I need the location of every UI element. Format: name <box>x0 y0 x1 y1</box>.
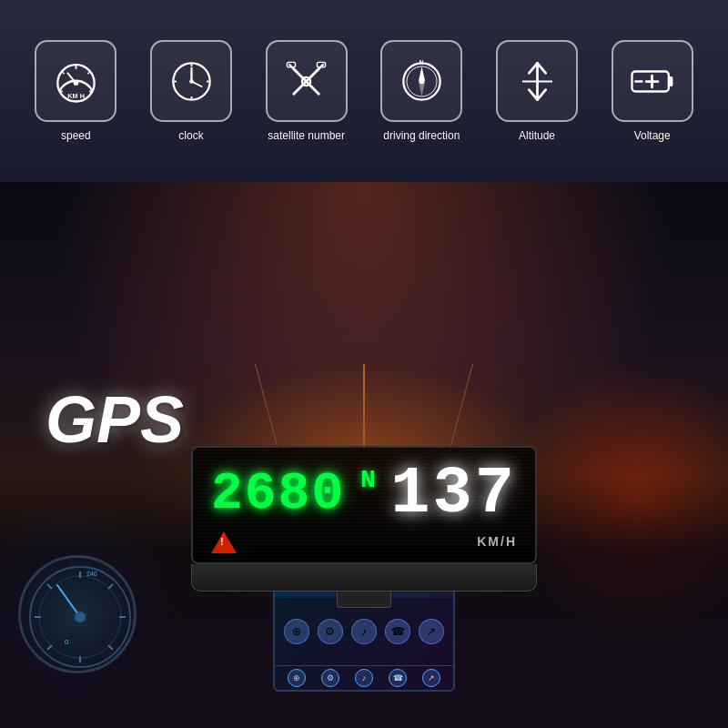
svg-line-45 <box>47 645 52 650</box>
warning-icon <box>211 531 237 553</box>
speed-label: speed <box>61 129 91 142</box>
direction-icon-box: N <box>380 40 462 122</box>
svg-point-48 <box>75 612 86 622</box>
screen-nav-4: ☎ <box>389 669 407 687</box>
hud-unit: KM/H <box>477 534 517 549</box>
hud-mount <box>337 590 391 608</box>
svg-line-44 <box>108 584 113 589</box>
svg-line-7 <box>87 71 90 74</box>
speed-icon-box: KM H <box>35 40 116 122</box>
screen-nav-1: ⊕ <box>288 669 306 687</box>
altitude-label: Altitude <box>519 129 555 142</box>
svg-line-47 <box>57 585 80 617</box>
screen-nav-5: ↗ <box>422 669 440 687</box>
feature-altitude: Altitude <box>480 40 595 142</box>
main-container: KM H speed <box>0 0 728 728</box>
voltage-label: Voltage <box>634 129 671 142</box>
gps-label: GPS <box>46 382 184 457</box>
features-bar: KM H speed <box>0 0 728 182</box>
svg-rect-33 <box>669 76 673 86</box>
dashboard-speedometer: 0 240 <box>18 555 136 673</box>
compass-icon: N <box>397 56 447 106</box>
altitude-icon-box <box>496 40 578 122</box>
clock-label: clock <box>178 129 203 142</box>
car-background: GPS 2680 N 137 KM/H <box>0 182 728 728</box>
screen-nav-row: ⊕ ⚙ ♪ ☎ ↗ <box>275 665 453 690</box>
hud-green-number: 2680 <box>211 468 345 521</box>
hud-n-indicator: N <box>360 466 376 494</box>
screen-nav-3: ♪ <box>355 669 373 687</box>
direction-label: driving direction <box>383 129 460 142</box>
svg-text:0: 0 <box>65 638 69 646</box>
clock-icon <box>167 56 217 106</box>
feature-clock: clock <box>134 40 249 142</box>
svg-line-46 <box>108 645 113 650</box>
svg-text:KM H: KM H <box>67 91 85 99</box>
screen-body: ⊕ ⚙ ♪ ☎ ↗ <box>275 598 453 665</box>
feature-speed: KM H speed <box>18 40 134 142</box>
screen-icon-1: ⊕ <box>284 619 309 644</box>
feature-voltage: Voltage <box>594 40 710 142</box>
feature-satellite: satellite number <box>248 40 364 142</box>
speedo-svg: 0 240 <box>21 558 136 673</box>
feature-direction: N driving direction <box>364 40 480 142</box>
svg-text:N: N <box>420 59 424 66</box>
satellite-label: satellite number <box>268 129 345 142</box>
screen-nav-2: ⚙ <box>321 669 339 687</box>
altitude-icon <box>512 56 562 106</box>
svg-text:240: 240 <box>86 571 97 577</box>
hud-bottom-row: KM/H <box>211 531 517 553</box>
svg-point-28 <box>420 78 425 84</box>
svg-point-12 <box>189 79 194 84</box>
screen-icon-5: ↗ <box>419 619 444 644</box>
screen-icon-4: ☎ <box>385 619 410 644</box>
satellite-icon <box>281 56 331 106</box>
svg-line-43 <box>47 584 52 589</box>
satellite-icon-box <box>266 40 348 122</box>
screen-icon-2: ⚙ <box>318 619 343 644</box>
hud-display-row: 2680 N 137 <box>211 461 517 527</box>
voltage-icon-box <box>612 40 693 122</box>
hud-screen: 2680 N 137 KM/H <box>191 446 537 564</box>
clock-icon-box <box>150 40 232 122</box>
hud-device: 2680 N 137 KM/H <box>191 446 537 608</box>
svg-line-8 <box>62 71 65 74</box>
speedometer-icon: KM H <box>51 56 101 106</box>
hud-base <box>191 564 537 592</box>
screen-icon-3: ♪ <box>351 619 377 644</box>
svg-point-2 <box>74 80 79 85</box>
battery-icon <box>627 56 677 106</box>
hud-white-number: 137 <box>390 461 517 527</box>
